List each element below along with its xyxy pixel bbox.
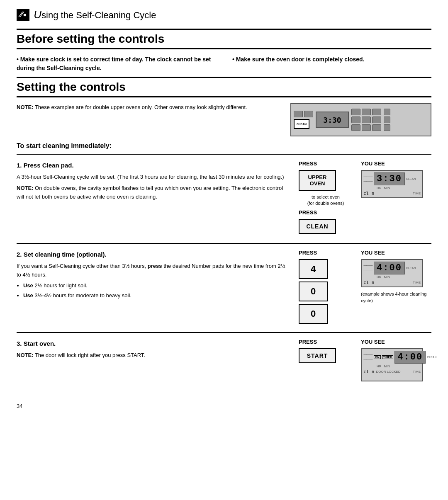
- logo-slash: ⁄⁄: [20, 10, 22, 19]
- btn-4[interactable]: 4: [299, 259, 328, 279]
- wave-lines-2: ~~~~~~ ~~~~~~: [363, 264, 373, 272]
- min-label-3: MIN: [384, 364, 390, 368]
- step-2-left: 2. Set cleaning time (optional). If you …: [17, 250, 290, 326]
- logo-text: ■: [23, 12, 26, 18]
- step-1-heading: 1. Press Clean pad.: [17, 160, 290, 170]
- display-door-locked: DOOR LOCKED: [376, 370, 401, 374]
- before-bullet-2-text: • Make sure the oven door is completely …: [232, 56, 364, 63]
- panel-side-btns: [384, 109, 390, 131]
- wave-line-4: ~~~~~~: [363, 268, 373, 272]
- display-hr-min-1: HR MIN: [377, 186, 421, 190]
- panel-display: 3:30: [316, 112, 349, 128]
- panel-d1: [351, 109, 360, 115]
- setting-section: Setting the controls NOTE: These example…: [17, 77, 431, 391]
- wave-line-2: ~~~~~~: [363, 180, 373, 183]
- min-label-1: MIN: [384, 186, 390, 190]
- before-section: Before setting the controls • Make sure …: [17, 29, 431, 73]
- example-note: (example shows 4-hour cleaning cycle): [361, 291, 431, 304]
- step-1-press: PRESS UPPER OVEN to select oven(for doub…: [299, 160, 353, 237]
- control-panel-image: CLEAN 3:30: [290, 103, 431, 136]
- step-2-bullet-2: Use 3½-4½ hours for moderate to heavy so…: [23, 291, 290, 300]
- before-section-title: Before setting the controls: [17, 29, 431, 49]
- step-3-press: PRESS START: [299, 339, 353, 385]
- wave-line-1: ~~~~~~: [363, 175, 373, 179]
- you-see-label-1: YOU SEE: [361, 160, 431, 167]
- display-time-2: 4:00: [374, 262, 405, 274]
- display-top-2: ~~~~~~ ~~~~~~ 4:00 CLEAN: [363, 262, 421, 274]
- press-col-label-2: PRESS: [299, 209, 353, 216]
- display-bottom-2: cl n TIME: [363, 280, 421, 285]
- panel-d3: [372, 109, 381, 115]
- step-2-press: PRESS 4 0 0: [299, 250, 353, 326]
- panel-d8: [362, 124, 371, 131]
- header-title: Using the Self-Cleaning Cycle: [34, 8, 156, 21]
- step-2-bullet-1: Use 2½ hours for light soil.: [23, 282, 290, 290]
- hr-label-3: HR: [377, 364, 382, 368]
- sub-heading: To start cleaning immediately:: [17, 142, 431, 150]
- note-label: NOTE:: [17, 104, 33, 110]
- hr-label-2: HR: [377, 275, 382, 279]
- on-tag: ON: [374, 355, 381, 359]
- display-time-1: 3:30: [374, 172, 405, 185]
- step-3-block: 3. Start oven. NOTE: The door will lock …: [17, 332, 431, 391]
- upper-oven-line2: OVEN: [310, 180, 325, 187]
- step-1-block: 1. Press Clean pad. A 3½-hour Self-Clean…: [17, 154, 431, 243]
- upper-oven-button[interactable]: UPPER OVEN: [299, 170, 336, 191]
- display-hr-min-3: HR MIN: [377, 364, 421, 368]
- clean-button[interactable]: CLEAN: [299, 219, 336, 234]
- display-clean-tag-3: CLEAN: [427, 356, 436, 359]
- panel-display-text: 3:30: [323, 116, 341, 124]
- display-cin-2: cl n: [363, 280, 375, 285]
- display-cin-1: cl n: [363, 191, 375, 196]
- display-box-1: ~~~~~~ ~~~~~~ 3:30 CLEAN HR MIN cl n TIM…: [361, 170, 423, 198]
- you-see-label-2: YOU SEE: [361, 250, 431, 256]
- setting-section-title: Setting the controls: [17, 77, 431, 97]
- press-col-label-4: PRESS: [299, 339, 353, 345]
- status-tags-container: ON TIMED: [374, 355, 393, 359]
- display-time-label-3: TIME: [413, 370, 421, 374]
- header-title-u: U: [34, 8, 41, 21]
- step-3-note: NOTE: The door will lock right after you…: [17, 351, 290, 360]
- display-time-3: 4:00: [394, 351, 426, 364]
- step-1-note: NOTE: On double ovens, the cavity symbol…: [17, 184, 290, 201]
- status-tags: ON TIMED: [374, 355, 393, 359]
- page-number: 34: [17, 403, 431, 409]
- step-3-left: 3. Start oven. NOTE: The door will lock …: [17, 339, 290, 385]
- display-time-label-1: TIME: [413, 192, 421, 195]
- panel-d2: [362, 109, 371, 115]
- wave-line-3: ~~~~~~: [363, 264, 373, 267]
- panel-d5: [362, 117, 371, 123]
- btn-0a[interactable]: 0: [299, 282, 328, 301]
- step-2-see: YOU SEE ~~~~~~ ~~~~~~ 4:00 CLEAN HR MIN …: [361, 250, 431, 326]
- step-1-desc1: A 3½-hour Self-Cleaning cycle will be se…: [17, 173, 290, 182]
- panel-side-btn-2: [384, 117, 390, 123]
- step-2-block: 2. Set cleaning time (optional). If you …: [17, 243, 431, 332]
- wave-line-6: ~~~~~~: [363, 357, 373, 361]
- display-bottom-3: cl n DOOR LOCKED TIME: [363, 369, 421, 374]
- timed-tag: TIMED: [382, 355, 394, 359]
- panel-digit-grid: [351, 109, 381, 131]
- panel-btn-1: [294, 111, 303, 117]
- step-2-desc: If you want a Self-Cleaning cycle other …: [17, 262, 290, 279]
- panel-clean-btn: CLEAN: [294, 119, 309, 129]
- display-tags-1: CLEAN: [406, 177, 416, 180]
- step-1-left: 1. Press Clean pad. A 3½-hour Self-Clean…: [17, 160, 290, 237]
- btn-0b[interactable]: 0: [299, 304, 328, 324]
- panel-digits: [351, 109, 381, 131]
- panel-left: CLEAN: [294, 111, 313, 129]
- hr-label-1: HR: [377, 186, 382, 190]
- display-top-3: ~~~~~~ ~~~~~~ ON TIMED 4:00 CLEAN: [363, 351, 421, 364]
- page-header: ⁄⁄ ■ Using the Self-Cleaning Cycle: [17, 8, 431, 21]
- before-bullet-1: • Make sure clock is set to correct time…: [17, 55, 216, 73]
- panel-d4: [351, 117, 360, 123]
- wave-line-5: ~~~~~~: [363, 353, 373, 357]
- display-box-3: ~~~~~~ ~~~~~~ ON TIMED 4:00 CLEAN HR MIN: [361, 348, 423, 381]
- before-bullet-2: • Make sure the oven door is completely …: [232, 55, 431, 73]
- wave-lines-1: ~~~~~~ ~~~~~~: [363, 175, 373, 183]
- min-label-2: MIN: [384, 275, 390, 279]
- panel-btn-2: [304, 111, 313, 117]
- start-button[interactable]: START: [299, 348, 336, 363]
- display-hr-min-2: HR MIN: [377, 275, 421, 279]
- before-bullets: • Make sure clock is set to correct time…: [17, 55, 431, 73]
- step-2-bullets: Use 2½ hours for light soil. Use 3½-4½ h…: [23, 282, 290, 300]
